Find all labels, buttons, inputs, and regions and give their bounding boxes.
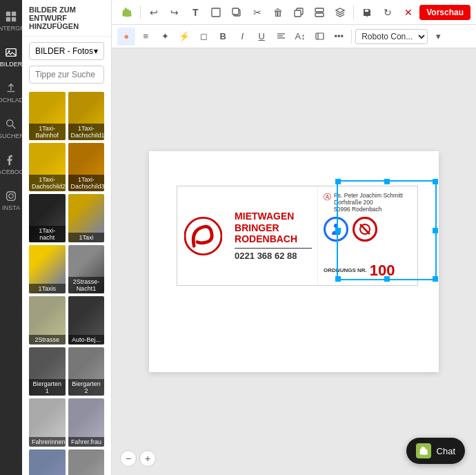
text-size-button[interactable]: A↕ [291, 28, 309, 46]
image-thumb-label: 1Taxi-nacht [29, 226, 66, 242]
svg-rect-4 [6, 48, 16, 56]
svg-point-6 [7, 119, 13, 126]
sidebar-label-bilder: BILDER [0, 61, 22, 68]
image-thumb-label: 2Strasse [29, 335, 66, 345]
icon-no-action [353, 217, 377, 242]
shopify-chat-icon [416, 443, 431, 458]
card-right: Ⓐ Ps. Peter Joachim Schmitt Dorfstraße 2… [317, 186, 417, 285]
delete-button[interactable]: 🗑 [268, 3, 288, 22]
image-thumb[interactable]: 1Taxi-Dachschild2 [29, 143, 66, 191]
image-thumb[interactable]: 1Taxis [29, 245, 66, 293]
handle-br [433, 276, 438, 282]
lightning-button[interactable]: ⚡ [175, 28, 193, 46]
image-thumb-label: 1Taxi-Dachschild3 [68, 175, 105, 191]
font-select[interactable]: Roboto Con... [355, 29, 428, 44]
order-label: ORDNUNGS NR. [324, 268, 367, 274]
image-thumb-label: Biergarten 2 [68, 379, 105, 396]
preview-button[interactable]: Vorschau [419, 5, 470, 20]
image-thumb[interactable]: Flughafen... [68, 449, 105, 475]
image-thumb-label: Auto-Bej... [68, 335, 105, 345]
shopify-icon-btn[interactable] [117, 3, 137, 22]
duplicate-button[interactable] [289, 3, 308, 22]
image-thumb[interactable]: 1Taxi-nacht [29, 194, 66, 242]
redo-button[interactable]: ↪ [165, 3, 184, 22]
sidebar-item-insta[interactable]: INSTA [0, 182, 22, 218]
icon-taxi-phone [324, 217, 348, 242]
image-thumb[interactable]: 2Strasse [29, 296, 66, 345]
image-thumb-label: 1Taxi [68, 233, 105, 242]
font-size-dropdown[interactable]: ▾ [429, 28, 447, 46]
address-text: Ps. Peter Joachim Schmitt Dorfstraße 200… [334, 192, 403, 213]
zoom-in-button[interactable]: + [139, 450, 156, 467]
svg-rect-1 [12, 11, 16, 15]
zoom-out-button[interactable]: − [120, 450, 137, 467]
italic-button[interactable]: I [233, 28, 251, 46]
align-left-button[interactable]: ≡ [137, 28, 155, 46]
text-tool-button[interactable]: T [186, 3, 205, 22]
image-thumb-label: 2Strasse-Nacht1 [68, 277, 105, 293]
svg-rect-3 [12, 17, 16, 21]
image-thumb-label: 1Taxi-Dachschild1 [68, 124, 105, 140]
bilder-dropdown-label: BILDER - Fotos [35, 46, 93, 56]
svg-point-10 [13, 193, 14, 193]
more-options-button[interactable]: ••• [330, 28, 348, 46]
sidebar-item-hochlad[interactable]: HOCHLAD... [0, 75, 22, 110]
toolbar-top: ↩ ↪ T ✂ 🗑 ↻ ✕ Vorschau [112, 0, 476, 25]
company-name: MIETWAGEN BRINGER RODENBACH [235, 211, 312, 245]
image-thumb[interactable]: 1Taxi-Bahnhof [29, 92, 66, 140]
cut-button[interactable]: ✂ [248, 3, 267, 22]
eraser-button[interactable]: ◻ [195, 28, 212, 46]
image-thumb[interactable]: 2Strasse-Nacht1 [68, 245, 105, 293]
svg-rect-2 [6, 17, 10, 21]
toolbar-sep-2 [353, 6, 354, 19]
chat-button[interactable]: Chat [406, 438, 465, 464]
image-thumb[interactable]: 1Taxi [68, 194, 105, 242]
image-thumb[interactable]: Fahrer.Txi.Passag... [29, 449, 66, 475]
canvas-area: MIETWAGEN BRINGER RODENBACH 0221 368 62 … [112, 48, 476, 475]
sidebar-item-facebook[interactable]: FACEBOOK [0, 146, 22, 182]
svg-point-9 [9, 193, 13, 197]
text-box-button[interactable] [310, 28, 328, 46]
image-thumb[interactable]: Biergarten 1 [29, 347, 66, 396]
image-thumb-label: Fahrer.frau [68, 437, 105, 447]
color-picker-button[interactable]: ● [117, 28, 135, 46]
refresh-button[interactable]: ↻ [378, 3, 397, 22]
gallery-search-input[interactable] [29, 66, 104, 84]
image-thumb-label: Biergarten 1 [29, 379, 66, 396]
image-grid: 1Taxi-Bahnhof1Taxi-Dachschild11Taxi-Dach… [22, 89, 111, 475]
card-phone: 0221 368 62 88 [235, 248, 312, 261]
sidebar-item-bilder[interactable]: BILDER [0, 39, 22, 75]
close-button[interactable]: ✕ [399, 3, 418, 22]
image-thumb[interactable]: Fahrerinnenraum [29, 398, 66, 447]
handle-tr [433, 179, 438, 184]
sparkle-button[interactable]: ✦ [156, 28, 174, 46]
handle-mr [433, 228, 438, 233]
svg-point-5 [8, 50, 10, 52]
svg-line-7 [12, 125, 16, 128]
business-card[interactable]: MIETWAGEN BRINGER RODENBACH 0221 368 62 … [177, 186, 418, 286]
bold-button[interactable]: B [214, 28, 232, 46]
save-button[interactable] [357, 3, 377, 22]
underline-button[interactable]: U [252, 28, 270, 46]
chevron-down-icon: ▾ [94, 46, 98, 56]
image-panel: BILDER ZUM ENTWURF HINZUFÜGEN BILDER - F… [22, 0, 112, 475]
image-thumb[interactable]: Biergarten 2 [68, 347, 105, 396]
card-logo-area [177, 186, 229, 285]
layers-button[interactable] [330, 3, 350, 22]
bilder-dropdown[interactable]: BILDER - Fotos ▾ [29, 42, 104, 60]
shapes-button[interactable] [206, 3, 226, 22]
undo-button[interactable]: ↩ [144, 3, 163, 22]
svg-rect-15 [295, 10, 301, 17]
panel-header: BILDER ZUM ENTWURF HINZUFÜGEN [22, 0, 111, 37]
svg-rect-16 [315, 8, 324, 12]
image-thumb[interactable]: Auto-Bej... [68, 296, 105, 345]
copy-button[interactable] [227, 3, 246, 22]
image-thumb[interactable]: Fahrer.frau [68, 398, 105, 447]
sidebar-item-suchen[interactable]: SUCHEN [0, 110, 22, 146]
image-thumb[interactable]: 1Taxi-Dachschild3 [68, 143, 105, 191]
align-button[interactable] [310, 3, 329, 22]
text-align-button[interactable] [272, 28, 290, 46]
sidebar-item-hintergrund[interactable]: HINTERGR... [0, 3, 22, 39]
image-thumb[interactable]: 1Taxi-Dachschild1 [68, 92, 105, 140]
image-thumb-label: 1Taxi-Bahnhof [29, 124, 66, 140]
